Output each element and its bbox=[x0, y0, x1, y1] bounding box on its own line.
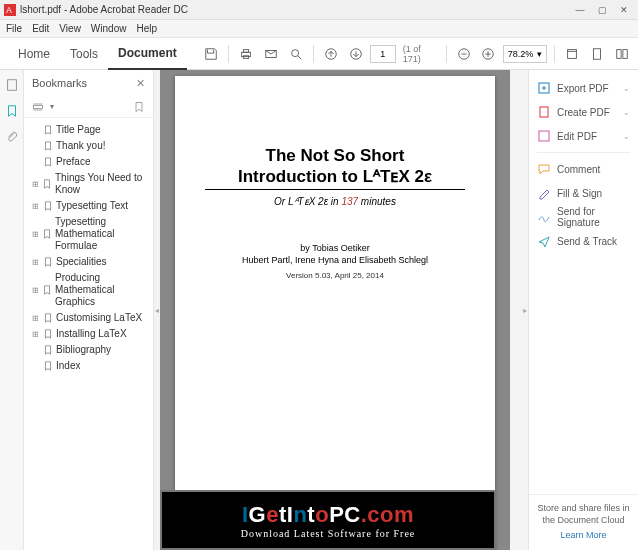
tab-home[interactable]: Home bbox=[8, 38, 60, 70]
bookmark-item[interactable]: ⊞Installing LaTeX bbox=[26, 326, 151, 342]
expand-icon[interactable]: ⊞ bbox=[32, 330, 40, 339]
bookmarks-toolbar: ▾ bbox=[24, 96, 153, 118]
banner-logo: IGetIntoPC.com bbox=[242, 502, 414, 528]
email-icon[interactable] bbox=[261, 43, 282, 65]
chevron-down-icon: ⌄ bbox=[623, 132, 630, 141]
expand-icon[interactable]: ⊞ bbox=[32, 314, 40, 323]
bookmark-item[interactable]: ⊞Typesetting Mathematical Formulae bbox=[26, 214, 151, 254]
export-icon bbox=[537, 81, 551, 95]
bookmark-icon bbox=[43, 141, 53, 151]
svg-rect-22 bbox=[7, 80, 16, 91]
bookmark-label: Specialities bbox=[56, 256, 107, 268]
learn-more-link[interactable]: Learn More bbox=[537, 530, 630, 542]
expand-icon[interactable]: ⊞ bbox=[32, 230, 39, 239]
fit-width-icon[interactable] bbox=[562, 43, 583, 65]
expand-icon[interactable]: ⊞ bbox=[32, 202, 40, 211]
attachment-icon[interactable] bbox=[5, 130, 19, 144]
expand-icon[interactable]: ⊞ bbox=[32, 180, 39, 189]
close-panel-icon[interactable]: ✕ bbox=[136, 77, 145, 90]
maximize-button[interactable]: ▢ bbox=[592, 3, 612, 17]
tab-document[interactable]: Document bbox=[108, 38, 187, 70]
bookmarks-list: Title PageThank you!Preface⊞Things You N… bbox=[24, 118, 153, 550]
expand-icon[interactable]: ⊞ bbox=[32, 286, 39, 295]
bookmark-icon bbox=[43, 201, 53, 211]
prev-page-icon[interactable] bbox=[321, 43, 342, 65]
options-icon[interactable] bbox=[32, 101, 44, 113]
svg-rect-16 bbox=[593, 48, 600, 59]
edit-pdf[interactable]: Edit PDF⌄ bbox=[529, 124, 638, 148]
bookmark-item[interactable]: ⊞Things You Need to Know bbox=[26, 170, 151, 198]
chevron-down-icon: ⌄ bbox=[623, 84, 630, 93]
svg-rect-26 bbox=[539, 131, 549, 141]
expand-icon[interactable]: ⊞ bbox=[32, 258, 40, 267]
app-icon: A bbox=[4, 4, 16, 16]
menu-view[interactable]: View bbox=[59, 23, 81, 34]
bookmark-icon bbox=[43, 125, 53, 135]
create-pdf[interactable]: Create PDF⌄ bbox=[529, 100, 638, 124]
svg-line-7 bbox=[297, 55, 301, 59]
zoom-out-icon[interactable] bbox=[454, 43, 475, 65]
search-icon[interactable] bbox=[285, 43, 306, 65]
document-view[interactable]: The Not So Short Introduction to LᴬTᴇX 2… bbox=[160, 70, 510, 550]
close-button[interactable]: ✕ bbox=[614, 3, 634, 17]
bookmark-label: Installing LaTeX bbox=[56, 328, 127, 340]
menu-file[interactable]: File bbox=[6, 23, 22, 34]
bookmark-icon bbox=[43, 313, 53, 323]
thumbnails-icon[interactable] bbox=[5, 78, 19, 92]
bookmark-icon bbox=[43, 345, 53, 355]
bookmark-label: Thank you! bbox=[56, 140, 105, 152]
view-mode-icon[interactable] bbox=[611, 43, 632, 65]
bookmark-label: Customising LaTeX bbox=[56, 312, 142, 324]
send-track[interactable]: Send & Track bbox=[529, 229, 638, 253]
menu-help[interactable]: Help bbox=[136, 23, 157, 34]
fit-page-icon[interactable] bbox=[587, 43, 608, 65]
titlebar: A lshort.pdf - Adobe Acrobat Reader DC —… bbox=[0, 0, 638, 20]
tab-tools[interactable]: Tools bbox=[60, 38, 108, 70]
svg-rect-25 bbox=[540, 107, 548, 117]
doc-byline: by Tobias Oetiker bbox=[205, 243, 465, 253]
save-icon[interactable] bbox=[201, 43, 222, 65]
print-icon[interactable] bbox=[236, 43, 257, 65]
bookmark-item[interactable]: ⊞Producing Mathematical Graphics bbox=[26, 270, 151, 310]
next-page-icon[interactable] bbox=[345, 43, 366, 65]
export-pdf[interactable]: Export PDF⌄ bbox=[529, 76, 638, 100]
send-signature[interactable]: Send for Signature bbox=[529, 205, 638, 229]
bookmark-item[interactable]: ⊞Customising LaTeX bbox=[26, 310, 151, 326]
bookmark-icon bbox=[42, 179, 52, 189]
zoom-in-icon[interactable] bbox=[478, 43, 499, 65]
bookmark-item[interactable]: ⊞Specialities bbox=[26, 254, 151, 270]
bookmark-rail-icon[interactable] bbox=[5, 104, 19, 118]
page-count: (1 of 171) bbox=[403, 44, 439, 64]
menu-edit[interactable]: Edit bbox=[32, 23, 49, 34]
tabbar: Home Tools Document (1 of 171) 78.2%▾ Si… bbox=[0, 38, 638, 70]
fill-sign[interactable]: Fill & Sign bbox=[529, 181, 638, 205]
bookmark-item[interactable]: Index bbox=[26, 358, 151, 374]
zoom-select[interactable]: 78.2%▾ bbox=[503, 45, 548, 63]
bookmark-label: Typesetting Text bbox=[56, 200, 128, 212]
bookmark-icon bbox=[43, 329, 53, 339]
bookmark-item[interactable]: Bibliography bbox=[26, 342, 151, 358]
bookmark-item[interactable]: Thank you! bbox=[26, 138, 151, 154]
bookmarks-panel: Bookmarks ✕ ▾ Title PageThank you!Prefac… bbox=[24, 70, 154, 550]
bookmark-item[interactable]: Title Page bbox=[26, 122, 151, 138]
new-bookmark-icon[interactable] bbox=[133, 101, 145, 113]
tools-pane: Export PDF⌄ Create PDF⌄ Edit PDF⌄ Commen… bbox=[528, 70, 638, 550]
comment[interactable]: Comment bbox=[529, 157, 638, 181]
banner-tagline: Download Latest Software for Free bbox=[241, 528, 416, 539]
bookmark-item[interactable]: ⊞Typesetting Text bbox=[26, 198, 151, 214]
svg-rect-18 bbox=[622, 49, 626, 58]
bookmark-label: Title Page bbox=[56, 124, 101, 136]
signature-icon bbox=[537, 210, 551, 224]
page-number-input[interactable] bbox=[370, 45, 396, 63]
bookmark-label: Index bbox=[56, 360, 80, 372]
minimize-button[interactable]: — bbox=[570, 3, 590, 17]
bookmark-icon bbox=[43, 257, 53, 267]
menu-window[interactable]: Window bbox=[91, 23, 127, 34]
doc-authors: Hubert Partl, Irene Hyna and Elisabeth S… bbox=[205, 255, 465, 265]
bookmark-label: Producing Mathematical Graphics bbox=[55, 272, 151, 308]
bookmark-item[interactable]: Preface bbox=[26, 154, 151, 170]
bookmark-icon bbox=[42, 285, 52, 295]
window-title: lshort.pdf - Adobe Acrobat Reader DC bbox=[20, 4, 570, 15]
svg-text:A: A bbox=[6, 6, 12, 15]
vertical-scrollbar[interactable] bbox=[510, 70, 522, 550]
